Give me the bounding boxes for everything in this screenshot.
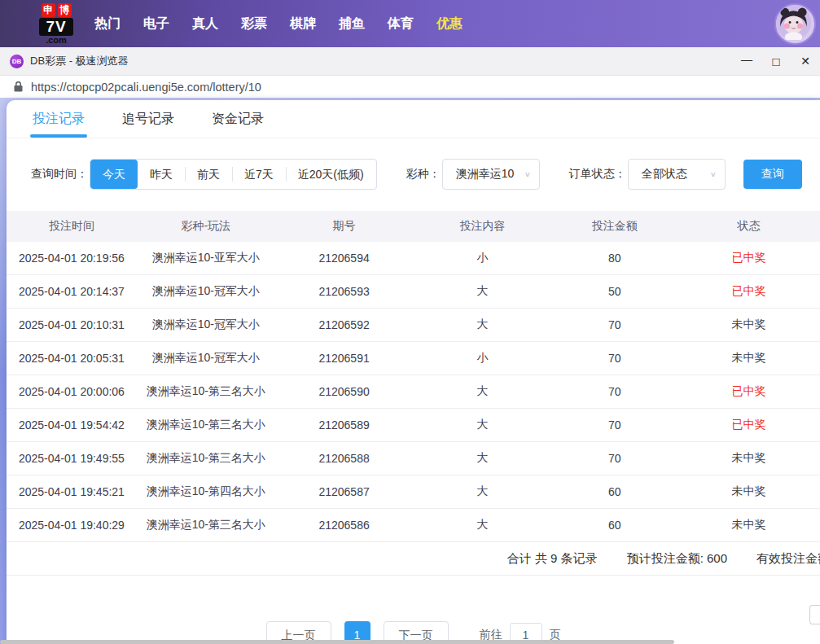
header-status: 状态: [677, 219, 820, 234]
cell-content: 大: [413, 451, 551, 466]
maximize-button[interactable]: □: [761, 47, 791, 75]
cell-game: 澳洲幸运10-第三名大小: [137, 384, 275, 399]
minimize-icon: —: [741, 53, 752, 66]
cell-status: 未中奖: [677, 451, 820, 466]
cell-amount: 70: [551, 318, 677, 331]
cell-status: 已中奖: [677, 284, 820, 299]
cell-time: 2025-04-01 20:14:37: [7, 285, 137, 298]
url-text: https://ctopcp02pcali.uengi5e.com/lotter…: [31, 81, 261, 94]
logo-badges: 申 博: [42, 3, 72, 17]
close-icon: ✕: [800, 55, 810, 68]
cell-amount: 60: [551, 519, 677, 532]
cell-amount: 70: [551, 352, 677, 365]
query-time-label: 查询时间：: [31, 167, 88, 182]
record-tabs: 投注记录 追号记录 资金记录: [7, 100, 820, 138]
cell-time: 2025-04-01 20:00:06: [7, 385, 137, 398]
time-option-yesterday[interactable]: 昨天: [138, 160, 185, 189]
tab-chase-records[interactable]: 追号记录: [122, 100, 174, 138]
cell-issue: 21206586: [275, 519, 414, 532]
cell-game: 澳洲幸运10-冠军大小: [137, 351, 275, 366]
user-avatar[interactable]: [774, 3, 816, 45]
menu-item-fishing[interactable]: 捕鱼: [339, 15, 365, 33]
lottery-type-select[interactable]: 澳洲幸运10 ∨: [442, 159, 540, 190]
minimize-button[interactable]: —: [732, 47, 761, 75]
browser-favicon: DB: [10, 55, 24, 68]
content-card: 投注记录 追号记录 资金记录 查询时间： 今天 昨天 前天 近7天 近20天(低…: [7, 100, 820, 644]
table-row: 2025-04-01 20:10:31澳洲幸运10-冠军大小21206592大7…: [7, 309, 820, 342]
cell-status: 已中奖: [677, 384, 820, 399]
time-option-today[interactable]: 今天: [90, 160, 138, 189]
site-logo[interactable]: 申 博 7V .com: [33, 3, 80, 45]
horizontal-scrollbar[interactable]: [0, 640, 674, 644]
table-row: 2025-04-01 19:54:42澳洲幸运10-第三名大小21206589大…: [7, 409, 820, 442]
chevron-down-icon: ∨: [524, 170, 531, 178]
close-button[interactable]: ✕: [791, 47, 820, 75]
lottery-type-label: 彩种：: [406, 167, 441, 182]
time-option-daybefore[interactable]: 前天: [185, 160, 232, 189]
time-option-7days[interactable]: 近7天: [232, 160, 286, 189]
cell-issue: 21206593: [275, 285, 414, 298]
logo-com: .com: [46, 35, 67, 45]
table-row: 2025-04-01 20:14:37澳洲幸运10-冠军大小21206593大5…: [7, 275, 820, 309]
menu-item-sports[interactable]: 体育: [388, 15, 414, 33]
table-row: 2025-04-01 19:49:55澳洲幸运10-第三名大小21206588大…: [7, 442, 820, 475]
cell-issue: 21206591: [275, 352, 414, 365]
header-content: 投注内容: [413, 219, 551, 234]
table-header: 投注时间 彩种-玩法 期号 投注内容 投注金额 状态: [7, 211, 820, 242]
table-row: 2025-04-01 20:00:06澳洲幸运10-第三名大小21206590大…: [7, 375, 820, 409]
avatar-image: [776, 5, 811, 40]
cell-amount: 80: [551, 252, 677, 265]
lock-icon: [14, 81, 23, 92]
cell-amount: 70: [551, 452, 677, 465]
tab-bet-records[interactable]: 投注记录: [33, 100, 85, 138]
cell-game: 澳洲幸运10-冠军大小: [137, 318, 275, 332]
cell-time: 2025-04-01 19:54:42: [7, 418, 137, 432]
cell-amount: 60: [551, 485, 677, 498]
menu-item-lottery[interactable]: 彩票: [241, 15, 267, 33]
menu-item-board[interactable]: 棋牌: [290, 15, 316, 33]
order-status-label: 订单状态：: [569, 167, 626, 182]
header-bet-time: 投注时间: [7, 219, 137, 234]
cell-content: 大: [413, 284, 551, 299]
cell-time: 2025-04-01 19:49:55: [7, 452, 137, 465]
page-background: 投注记录 追号记录 资金记录 查询时间： 今天 昨天 前天 近7天 近20天(低…: [0, 98, 820, 644]
summary-expected-amount: 预计投注金额: 600: [627, 551, 727, 567]
time-range-group: 今天 昨天 前天 近7天 近20天(低频): [90, 159, 377, 190]
menu-item-hot[interactable]: 热门: [94, 15, 121, 33]
browser-titlebar: DB DB彩票 - 极速浏览器 — □ ✕: [0, 47, 820, 76]
cell-content: 大: [413, 384, 551, 399]
cell-status: 未中奖: [677, 318, 820, 332]
table-row: 2025-04-01 19:40:29澳洲幸运10-第三名大小21206586大…: [7, 509, 820, 542]
logo-badge-shen: 申: [42, 3, 55, 17]
tab-fund-records[interactable]: 资金记录: [212, 100, 264, 138]
clipped-side-widget[interactable]: [809, 605, 820, 624]
menu-item-promo[interactable]: 优惠: [436, 15, 463, 33]
order-status-select[interactable]: 全部状态 ∨: [628, 159, 726, 190]
cell-amount: 70: [551, 385, 677, 398]
table-row: 2025-04-01 19:45:21澳洲幸运10-第四名大小21206587大…: [7, 475, 820, 509]
cell-issue: 21206594: [275, 252, 414, 265]
filter-bar: 查询时间： 今天 昨天 前天 近7天 近20天(低频) 彩种： 澳洲幸运10 ∨…: [31, 160, 820, 189]
cell-time: 2025-04-01 20:10:31: [7, 318, 137, 331]
summary-total: 合计 共 9 条记录: [507, 551, 598, 567]
cell-content: 大: [413, 318, 551, 332]
cell-content: 大: [413, 418, 551, 432]
cell-game: 澳洲幸运10-第四名大小: [137, 484, 275, 499]
address-bar[interactable]: https://ctopcp02pcali.uengi5e.com/lotter…: [0, 76, 820, 99]
menu-item-electronic[interactable]: 电子: [143, 15, 169, 33]
search-button[interactable]: 查询: [743, 160, 802, 189]
logo-badge-bo: 博: [58, 3, 72, 17]
cell-amount: 50: [551, 285, 677, 298]
maximize-icon: □: [772, 55, 779, 68]
bet-records-table: 投注时间 彩种-玩法 期号 投注内容 投注金额 状态 2025-04-01 20…: [7, 211, 820, 576]
header-game-play: 彩种-玩法: [137, 219, 275, 234]
cell-game: 澳洲幸运10-第三名大小: [137, 518, 275, 532]
header-issue: 期号: [275, 219, 414, 234]
menu-item-live[interactable]: 真人: [192, 15, 218, 33]
cell-content: 大: [413, 518, 551, 532]
logo-7v: 7V: [39, 18, 72, 36]
table-row: 2025-04-01 20:05:31澳洲幸运10-冠军大小21206591小7…: [7, 342, 820, 375]
chevron-down-icon: ∨: [710, 170, 717, 178]
time-option-20days[interactable]: 近20天(低频): [286, 160, 376, 189]
cell-game: 澳洲幸运10-第三名大小: [137, 418, 275, 432]
